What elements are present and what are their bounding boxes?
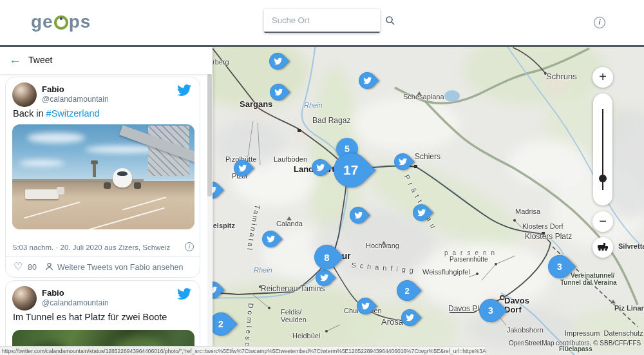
sidebar-header: ← Tweet [0,47,213,74]
poi-dot-feldis [268,307,270,309]
avatar[interactable] [12,82,37,107]
avatar[interactable] [12,286,37,311]
photo-control-tower [93,163,96,177]
tweet-photo[interactable] [12,124,194,229]
info-icon[interactable]: i [594,17,605,28]
person-icon [44,262,54,274]
map-label: Laufböden [274,155,307,163]
poi-dot-parsennhuette [495,263,497,265]
map-label: Davos [504,296,529,305]
baselayer-train-button[interactable] [592,237,613,258]
tweet-info-icon[interactable]: i [185,242,194,251]
datenschutz-link[interactable]: Datenschutz [604,329,643,337]
photo-tarmac [12,181,194,229]
tweet-text: Im Tunnel es hat Platz für zwei Boote [13,312,167,322]
zoom-in-button[interactable]: + [592,67,613,88]
header: ge ps i [0,0,644,45]
zoom-out-button[interactable]: − [592,211,613,232]
photo-engine [134,182,141,189]
logo-text-right: ps [69,11,91,33]
poi-dot-heidbueel [325,330,328,332]
logo-o-dot [60,17,62,20]
tweet-author-handle: @calandamountain [42,95,109,104]
map-label: Reichenau-Tamins [261,284,325,293]
search-input[interactable] [272,15,385,25]
map-label: Davos Pl [448,304,479,313]
hashtag-link[interactable]: #Switzerland [46,108,100,119]
osm-attribution: OpenStreetMap contributors, © SBB/CFF/FF… [509,340,641,347]
tweet-author-handle: @calandamountain [42,298,109,307]
twitter-logo-icon[interactable] [177,287,191,301]
map-label: Weissfluhgipfel [422,268,470,276]
map-label: Silvretta [618,242,644,250]
map-label: Parsennhütte [450,256,488,263]
station-square-schiers [414,165,417,168]
map-label: gelspitz [213,222,235,229]
twitter-logo-icon[interactable] [177,83,191,97]
link-preview-statusbar: https://twitter.com/calandamountain/stat… [0,346,486,355]
map-label: Calanda [276,220,303,227]
zoom-slider-handle[interactable] [599,175,607,182]
map-label: Feldis/ [281,308,301,316]
map-label: Piz Linard [614,304,644,312]
map-label: Rhein [254,266,272,274]
poi-dot-weissfluhgipfel [476,273,478,275]
zoom-slider[interactable] [593,93,612,206]
divider [6,256,200,257]
map-label: Heidbüel [292,332,320,340]
content-area: rberg Sargans Rhein Bad Ragaz Schesaplan… [0,45,644,355]
map-label: Klosters Dorf [522,222,564,230]
geops-logo[interactable]: ge ps [31,11,91,33]
map-label: Vereinatunnel/ [571,272,614,279]
app: ge ps i [0,0,644,355]
map-label: Jakobshorn [507,326,544,334]
more-tweets-link[interactable]: Weitere Tweets von Fabio ansehen [57,263,184,272]
back-arrow-icon[interactable]: ← [9,53,21,67]
photo-engine [104,182,111,189]
tweet-timestamp: 5:03 nachm. · 20. Juli 2020 aus Zizers, … [13,244,170,251]
heart-icon[interactable]: ♡ [14,260,23,273]
map-label: Schesaplana [403,93,444,101]
sidebar-title: Tweet [28,55,52,65]
tweet-card[interactable]: Fabio @calandamountain Back in #Switzerl… [5,77,200,278]
map-label: Bad Ragaz [312,116,350,125]
map-label: Arosa [381,317,403,327]
search-icon[interactable] [385,11,395,30]
map-label: Sargans [240,99,272,109]
map-label: Rhein [304,101,323,109]
sidebar: ← Tweet Fabio @calandamountain Back in #… [0,47,213,355]
tweet-card[interactable]: Fabio @calandamountain Im Tunnel es hat … [5,280,200,355]
map-label: Schruns [546,72,577,81]
photo-tow-truck [25,189,59,199]
map[interactable]: rberg Sargans Rhein Bad Ragaz Schesaplan… [213,47,644,355]
photo-airplane [113,168,132,187]
attribution-links: Impressum Datenschutz [565,329,643,337]
search-box [264,9,380,33]
tweet-author-name: Fabio [42,84,64,94]
map-label: Madrisa [515,207,540,215]
logo-o-ring-icon [54,15,68,30]
map-label: Klosters Platz [525,232,572,241]
logo-text-left: ge [31,11,53,33]
photo-cloud [27,133,85,143]
map-label: Dorf [504,305,522,314]
like-count: 80 [28,263,37,272]
impressum-link[interactable]: Impressum [565,329,600,337]
map-label: Hochwang [366,242,399,249]
train-icon [597,242,609,251]
map-label: Schiers [415,152,440,161]
map-label: Tunnel dal Veraina [560,279,617,286]
poi-dot-madrisa [513,219,516,222]
map-label: Veulden [281,316,307,323]
peak-piz-linard-icon [611,300,616,303]
map-label: rberg [213,58,229,66]
sidebar-scrollbar-thumb[interactable] [207,74,212,197]
station-square-bad-ragaz [298,129,301,132]
tweet-text: Back in #Switzerland [13,108,100,119]
tweet-author-name: Fabio [42,288,64,298]
